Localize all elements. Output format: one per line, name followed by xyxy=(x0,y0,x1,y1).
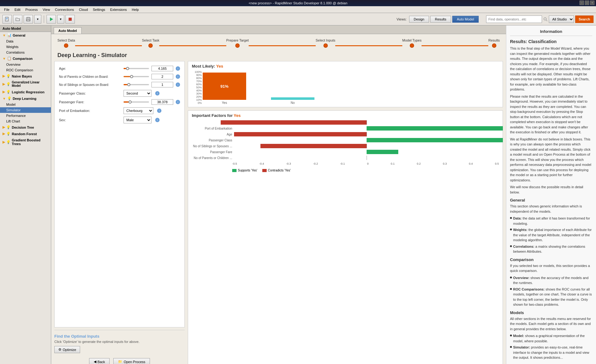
port-select[interactable]: Cherbourg Queenstown Southampton xyxy=(124,107,153,114)
info-panel-title: Information xyxy=(510,29,592,36)
step-label-5: Model Types xyxy=(402,38,422,42)
no-bar-group: No xyxy=(271,97,314,104)
weights-label: Weights xyxy=(6,45,19,49)
random-forest-icon: 💡 xyxy=(6,132,11,136)
back-button[interactable]: ◀ Back xyxy=(89,358,110,364)
hbar-zero-parents xyxy=(367,156,367,160)
fare-slider-track[interactable] xyxy=(124,101,149,103)
find-optimal-desc: Click 'Optimize' to generate the optimal… xyxy=(54,340,185,344)
sidebar-item-data[interactable]: Data xyxy=(0,38,51,44)
sidebar-group-naive-bayes[interactable]: ▶ 💡 Naive Bayes xyxy=(0,73,51,79)
siblings-row: No of Siblings or Spouses on Board: i xyxy=(59,81,180,89)
menu-cloud[interactable]: Cloud xyxy=(76,7,90,12)
menu-view[interactable]: View xyxy=(40,7,52,12)
automodel-view-btn[interactable]: Auto Model xyxy=(452,16,479,23)
sidebar-item-lift-chart[interactable]: Lift Chart xyxy=(0,118,51,124)
fare-value-input[interactable] xyxy=(151,99,173,105)
siblings-slider-track[interactable] xyxy=(124,84,149,85)
menu-edit[interactable]: Edit xyxy=(12,7,23,12)
sidebar-group-comparison[interactable]: ▼ 📋 Comparison xyxy=(0,55,51,62)
sidebar-item-simulator[interactable]: Simulator xyxy=(0,107,51,113)
search-input[interactable] xyxy=(486,16,542,23)
port-row: Port of Embarkation: Cherbourg Queenstow… xyxy=(59,106,180,115)
open-btn[interactable] xyxy=(13,15,22,24)
bullet-dot-overview xyxy=(510,277,512,278)
parents-value-input[interactable] xyxy=(151,74,173,79)
menu-help[interactable]: Help xyxy=(129,7,142,12)
svg-rect-5 xyxy=(27,17,29,19)
fare-info-icon[interactable]: i xyxy=(176,100,180,104)
sidebar-item-overview[interactable]: Overview xyxy=(0,62,51,67)
sex-select[interactable]: Male Female xyxy=(124,117,151,123)
hbar-zero-age xyxy=(367,132,367,136)
sidebar-item-roc[interactable]: ROC Comparison xyxy=(0,67,51,73)
run-dropdown[interactable]: ▼ xyxy=(57,15,64,24)
menu-connections[interactable]: Connections xyxy=(52,7,76,12)
wizard-step-4: Select Inputs xyxy=(316,38,336,48)
sidebar-group-gradient[interactable]: ▶ 💡 Gradient Boosted Trees xyxy=(0,137,51,147)
menu-process[interactable]: Process xyxy=(23,7,40,12)
content-area: Auto Model Select Data Select Task Prepa… xyxy=(51,25,506,364)
menu-extensions[interactable]: Extensions xyxy=(108,7,129,12)
hbar-zero-siblings xyxy=(367,144,367,148)
parents-info-icon[interactable]: i xyxy=(176,74,180,79)
new-btn[interactable] xyxy=(2,15,12,24)
info-para-4: We will now discuss the possible results… xyxy=(510,184,592,195)
bullet-dot-correlations xyxy=(510,245,512,247)
sex-info-icon[interactable]: i xyxy=(155,118,160,122)
step-dot-2 xyxy=(148,43,153,48)
age-value-input[interactable] xyxy=(151,66,173,71)
fare-label: Passenger Fare: xyxy=(59,100,121,104)
hbar-pos-port xyxy=(367,126,503,131)
info-para-2: Please note that the results are calcula… xyxy=(510,94,592,135)
sidebar-group-generalized[interactable]: ▶ 💡 Generalized Linear Model xyxy=(0,79,51,89)
generalized-icon: 💡 xyxy=(6,82,11,86)
siblings-info-icon[interactable]: i xyxy=(176,82,180,87)
stop-btn[interactable] xyxy=(65,15,75,24)
sidebar-item-model[interactable]: Model xyxy=(0,102,51,107)
tab-automodel[interactable]: Auto Model xyxy=(54,27,82,34)
hbar-area-age xyxy=(234,132,499,136)
info-bullet-data-text: Data: the data set after it has been tra… xyxy=(513,216,592,226)
info-general-desc: This section shows generic information w… xyxy=(510,204,592,214)
run-btn[interactable] xyxy=(47,15,56,24)
info-bullet-weights-text: Weights: the global importance of each A… xyxy=(513,227,592,243)
parents-slider-track[interactable] xyxy=(124,76,149,77)
sidebar-item-weights[interactable]: Weights xyxy=(0,44,51,50)
bullet-dot-data xyxy=(510,217,512,219)
sidebar-group-logistic[interactable]: ▶ 💡 Logistic Regression xyxy=(0,89,51,95)
folder-icon: 📁 xyxy=(118,360,122,364)
sidebar-group-decision-tree[interactable]: ▶ 💡 Decision Tree xyxy=(0,124,51,131)
results-view-btn[interactable]: Results xyxy=(430,16,451,23)
sidebar-item-performance[interactable]: Performance xyxy=(0,113,51,118)
save-btn[interactable] xyxy=(24,15,33,24)
siblings-value-input[interactable] xyxy=(151,82,173,87)
sidebar-item-correlations[interactable]: Correlations xyxy=(0,50,51,55)
hbar-pos-pclass xyxy=(367,138,503,142)
optimize-button[interactable]: ⚙ Optimize xyxy=(54,346,80,353)
sidebar-group-random-forest[interactable]: ▶ 💡 Random Forest xyxy=(0,131,51,137)
sidebar-group-deep-learning[interactable]: ▼ 💡 Deep Learning xyxy=(0,95,51,102)
search-scope-select[interactable]: All Studio xyxy=(549,16,574,23)
info-bullet-roc-text: ROC Comparisons: shows the ROC curves fo… xyxy=(513,287,592,307)
minimize-btn[interactable]: – xyxy=(580,1,584,5)
sidebar-group-general[interactable]: ▼ 📊 General xyxy=(0,32,51,38)
design-view-btn[interactable]: Design xyxy=(409,16,429,23)
svg-point-9 xyxy=(544,18,546,20)
close-btn[interactable]: × xyxy=(590,1,594,5)
info-bullet-simulator-text: Simulator: provides an easy-to-use, real… xyxy=(513,345,592,360)
age-slider-track[interactable] xyxy=(124,68,149,69)
pclass-select[interactable]: Second First Third xyxy=(124,90,151,97)
pclass-info-icon[interactable]: i xyxy=(155,91,160,95)
open-process-button[interactable]: 📁 Open Process xyxy=(113,358,150,364)
age-info-icon[interactable]: i xyxy=(176,66,180,71)
save-dropdown[interactable]: ▼ xyxy=(34,15,41,24)
sidebar: Auto Model ▼ 📊 General Data Weights Corr… xyxy=(0,25,51,364)
maximize-btn[interactable]: □ xyxy=(585,1,589,5)
port-info-icon[interactable]: i xyxy=(157,109,161,113)
back-icon: ◀ xyxy=(94,360,96,364)
menu-settings[interactable]: Settings xyxy=(90,7,108,12)
menu-file[interactable]: File xyxy=(2,7,12,12)
search-button[interactable]: Search xyxy=(575,16,594,23)
deep-learning-icon: 💡 xyxy=(7,96,11,100)
